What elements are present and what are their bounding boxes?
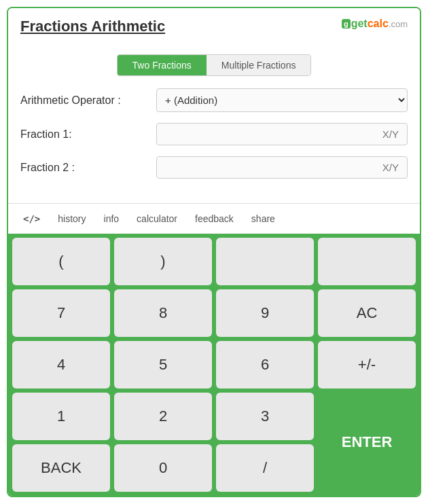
key-6[interactable]: 6 xyxy=(216,341,314,389)
toolbar-share[interactable]: share xyxy=(247,211,279,227)
key-ac[interactable]: AC xyxy=(318,289,416,337)
logo-calc: calc xyxy=(368,18,389,30)
key-close-paren[interactable]: ) xyxy=(114,238,212,285)
app-title: Fractions Arithmetic xyxy=(20,18,165,35)
header-row: Fractions Arithmetic g getcalc.com xyxy=(20,18,408,45)
main-container: Fractions Arithmetic g getcalc.com Two F… xyxy=(7,7,421,497)
key-2[interactable]: 2 xyxy=(114,393,212,440)
fraction1-input[interactable] xyxy=(156,123,408,145)
key-plus-minus[interactable]: +/- xyxy=(318,341,416,389)
logo-get: get xyxy=(351,18,368,30)
fraction1-row: Fraction 1: xyxy=(20,123,408,145)
tab-two-fractions[interactable]: Two Fractions xyxy=(118,55,207,75)
key-0[interactable]: 0 xyxy=(114,444,212,492)
logo-icon: g xyxy=(342,19,351,29)
key-5[interactable]: 5 xyxy=(114,341,212,389)
key-9[interactable]: 9 xyxy=(216,289,314,337)
operator-label: Arithmetic Operator : xyxy=(20,94,156,107)
key-3[interactable]: 3 xyxy=(216,393,314,440)
key-empty-2 xyxy=(318,238,416,285)
key-7[interactable]: 7 xyxy=(12,289,110,337)
key-enter[interactable]: ENTER xyxy=(318,393,416,492)
key-1[interactable]: 1 xyxy=(12,393,110,440)
logo-com: .com xyxy=(389,19,408,29)
toolbar-info[interactable]: info xyxy=(100,211,124,227)
top-section: Fractions Arithmetic g getcalc.com Two F… xyxy=(8,8,420,203)
toolbar-code[interactable]: </> xyxy=(19,211,44,227)
tabs-row: Two Fractions Multiple Fractions xyxy=(117,54,312,76)
toolbar-history[interactable]: history xyxy=(54,211,90,227)
key-open-paren[interactable]: ( xyxy=(12,238,110,285)
fraction2-row: Fraction 2 : xyxy=(20,156,408,179)
keypad: ( ) 7 8 9 AC 4 5 6 +/- 1 2 3 ENTER BACK … xyxy=(8,234,420,496)
operator-select[interactable]: + (Addition) - (Subtraction) × (Multipli… xyxy=(156,88,408,112)
fraction2-input[interactable] xyxy=(156,156,408,179)
operator-row: Arithmetic Operator : + (Addition) - (Su… xyxy=(20,88,408,112)
key-back[interactable]: BACK xyxy=(12,444,110,492)
fraction1-label: Fraction 1: xyxy=(20,128,156,141)
fraction2-label: Fraction 2 : xyxy=(20,162,156,174)
tab-multiple-fractions[interactable]: Multiple Fractions xyxy=(207,55,311,75)
toolbar: </> history info calculator feedback sha… xyxy=(8,204,420,234)
key-4[interactable]: 4 xyxy=(12,341,110,389)
logo-box: g getcalc.com xyxy=(342,18,408,30)
toolbar-calculator[interactable]: calculator xyxy=(132,211,181,227)
key-8[interactable]: 8 xyxy=(114,289,212,337)
toolbar-feedback[interactable]: feedback xyxy=(191,211,238,227)
key-empty-1 xyxy=(216,238,314,285)
key-slash[interactable]: / xyxy=(216,444,314,492)
